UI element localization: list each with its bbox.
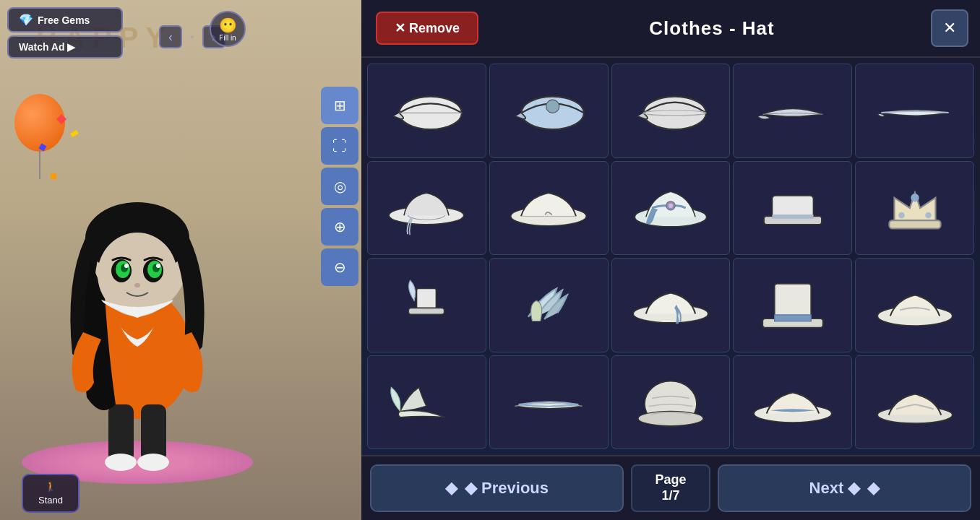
svg-point-3 (105, 454, 137, 471)
hat-item-19[interactable] (733, 355, 852, 450)
remove-button[interactable]: ✕ Remove (376, 12, 478, 45)
fill-in-label: Fill in (219, 34, 236, 42)
stand-button[interactable]: 🚶 Stand (22, 474, 79, 513)
hat-item-3[interactable] (611, 64, 731, 158)
panel-title: Clothes - Hat (493, 17, 931, 40)
hat-item-16[interactable] (367, 355, 486, 450)
free-gems-button[interactable]: 💎 Free Gems (7, 7, 123, 32)
stand-button-container: 🚶 Stand (22, 474, 79, 513)
prev-arrow-button[interactable]: ‹ (159, 25, 182, 48)
panel-nav: ◆ ◆ Previous Page 1/7 Next ◆ ◆ (361, 455, 980, 520)
hat-item-10[interactable] (855, 161, 974, 256)
svg-rect-2 (141, 404, 166, 462)
character-display (36, 79, 238, 477)
hat-item-14[interactable] (733, 258, 852, 352)
watch-ad-button[interactable]: Watch Ad ▶ (7, 35, 123, 58)
hat-item-8[interactable] (611, 161, 731, 256)
top-buttons-container: 💎 Free Gems Watch Ad ▶ (7, 7, 123, 58)
hat-item-18[interactable] (611, 355, 731, 450)
page-label: Page (655, 472, 686, 488)
scene-background: HAPPY (0, 0, 361, 520)
stand-label: Stand (38, 495, 63, 506)
svg-point-14 (124, 264, 129, 268)
panel-header: ✕ Remove Clothes - Hat ✕ (361, 0, 980, 58)
next-button[interactable]: Next ◆ ◆ (718, 464, 971, 512)
hat-item-11[interactable] (367, 258, 486, 352)
fill-in-button[interactable]: 😶 Fill in (210, 11, 246, 47)
toolbar-btn-zoom-in[interactable]: ⊕ (321, 208, 358, 246)
svg-point-33 (911, 194, 919, 202)
hat-item-5[interactable] (855, 64, 974, 158)
svg-rect-31 (772, 214, 813, 219)
hat-item-9[interactable] (733, 161, 852, 256)
svg-point-35 (925, 212, 932, 218)
hat-item-6[interactable] (367, 161, 486, 256)
svg-point-44 (638, 411, 703, 425)
hat-item-15[interactable] (855, 258, 974, 352)
hat-item-12[interactable] (489, 258, 609, 352)
nav-dot (191, 35, 194, 38)
stand-icon: 🚶 (45, 481, 56, 492)
free-gems-label: Free Gems (38, 14, 90, 26)
hat-item-4[interactable] (733, 64, 852, 158)
page-indicator: Page 1/7 (631, 464, 710, 512)
next-label: Next ◆ (809, 479, 861, 498)
right-toolbar: ⊞ ⛶ ◎ ⊕ ⊖ (321, 87, 358, 286)
toolbar-btn-grid[interactable]: ⊞ (321, 87, 358, 124)
previous-button[interactable]: ◆ ◆ Previous (370, 464, 624, 512)
next-icon: ◆ (867, 479, 880, 498)
svg-point-15 (156, 264, 160, 268)
items-grid (361, 58, 980, 455)
gem-icon: 💎 (19, 13, 33, 27)
svg-point-20 (546, 100, 559, 113)
svg-rect-41 (774, 315, 811, 321)
hat-item-7[interactable] (489, 161, 609, 256)
svg-point-34 (898, 212, 905, 218)
main-panel: ✕ Remove Clothes - Hat ✕ (361, 0, 980, 520)
svg-point-28 (669, 204, 673, 208)
watch-ad-label: Watch Ad ▶ (19, 41, 75, 53)
toolbar-btn-eye[interactable]: ◎ (321, 168, 358, 205)
previous-label: ◆ Previous (465, 479, 549, 498)
svg-rect-32 (889, 220, 940, 228)
remove-label: ✕ Remove (395, 20, 460, 36)
hat-item-17[interactable] (489, 355, 609, 450)
hat-item-2[interactable] (489, 64, 609, 158)
toolbar-btn-frame[interactable]: ⛶ (321, 127, 358, 165)
hat-item-20[interactable] (855, 355, 974, 450)
hat-item-1[interactable] (367, 64, 486, 158)
prev-icon: ◆ (445, 479, 457, 498)
close-button[interactable]: ✕ (931, 9, 968, 47)
svg-point-16 (134, 283, 140, 287)
svg-point-4 (137, 454, 169, 471)
hat-item-13[interactable] (611, 258, 731, 352)
page-number: 1/7 (661, 488, 679, 504)
svg-rect-1 (108, 404, 134, 462)
close-icon: ✕ (943, 19, 956, 38)
svg-rect-37 (409, 308, 444, 315)
face-icon: 😶 (219, 17, 237, 34)
toolbar-btn-zoom-out[interactable]: ⊖ (321, 248, 358, 286)
